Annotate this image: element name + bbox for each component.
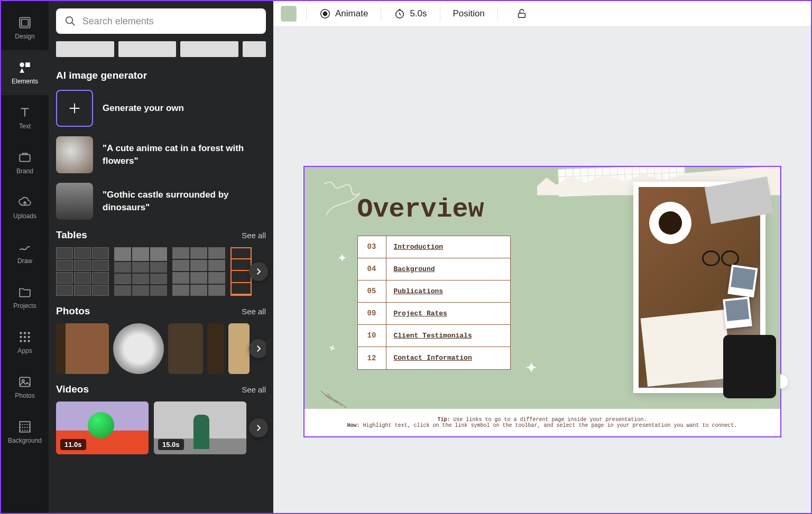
toc-table[interactable]: 03Introduction 04Background 05Publicatio… xyxy=(357,236,511,370)
toc-num: 05 xyxy=(358,281,386,302)
nav-elements[interactable]: Elements xyxy=(1,50,49,95)
how-label: How: xyxy=(347,423,359,428)
design-icon xyxy=(18,16,32,30)
video-item[interactable]: 11.0s xyxy=(56,401,149,454)
timing-button[interactable]: 5.0s xyxy=(391,6,430,22)
tip-label: Tip: xyxy=(437,417,450,423)
search-input[interactable] xyxy=(82,16,257,27)
photo-item[interactable] xyxy=(113,323,164,374)
timing-label: 5.0s xyxy=(410,8,427,19)
slide-body: ✦ ✦ ✦ ✦ + Overview 03Introduction 04Back… xyxy=(304,167,780,409)
photo-item[interactable] xyxy=(56,323,109,374)
nav-photos[interactable]: Photos xyxy=(1,365,49,409)
svg-point-10 xyxy=(27,335,30,338)
editor-area: Animate 5.0s Position ✦ ✦ xyxy=(273,1,811,513)
svg-point-6 xyxy=(24,332,26,334)
ai-prompt-thumb xyxy=(56,183,93,220)
plus-icon xyxy=(56,90,93,127)
ai-prompt-text: "Gothic castle surrounded by dinosaurs" xyxy=(103,189,266,214)
position-button[interactable]: Position xyxy=(450,6,488,21)
toc-label[interactable]: Contact Information xyxy=(386,347,510,369)
scroll-right-button[interactable] xyxy=(249,262,268,281)
toc-num: 10 xyxy=(358,325,386,347)
toc-label[interactable]: Client Testimonials xyxy=(386,325,510,347)
svg-point-2 xyxy=(20,62,24,67)
color-swatch[interactable] xyxy=(281,6,297,22)
ai-prompt-thumb xyxy=(56,136,93,173)
lock-button[interactable] xyxy=(513,6,531,22)
photos-icon xyxy=(18,375,32,389)
ai-prompt-2[interactable]: "Gothic castle surrounded by dinosaurs" xyxy=(56,183,266,220)
video-item[interactable]: 15.0s xyxy=(154,401,246,454)
toc-label[interactable]: Background xyxy=(386,258,510,280)
photo-frame[interactable] xyxy=(633,182,765,393)
toc-row[interactable]: 10Client Testimonials xyxy=(358,325,510,347)
toc-row[interactable]: 05Publications xyxy=(358,281,510,303)
photo-item[interactable] xyxy=(228,323,250,374)
slide-selection[interactable]: ✦ ✦ ✦ ✦ + Overview 03Introduction 04Back… xyxy=(303,166,781,437)
tables-see-all[interactable]: See all xyxy=(242,231,266,240)
scroll-right-button[interactable] xyxy=(249,418,268,437)
svg-point-8 xyxy=(20,335,22,338)
toc-row[interactable]: 12Contact Information xyxy=(358,347,510,369)
nav-uploads[interactable]: Uploads xyxy=(1,185,49,230)
toc-label[interactable]: Publications xyxy=(386,281,510,302)
animate-button[interactable]: Animate xyxy=(316,6,371,22)
slide-footer[interactable]: Tip: Use links to go to a different page… xyxy=(304,409,780,436)
nav-background[interactable]: Background xyxy=(1,409,49,454)
toc-label[interactable]: Introduction xyxy=(386,236,510,258)
toc-row[interactable]: 09Project Rates xyxy=(358,303,510,325)
nav-label: Background xyxy=(8,437,42,444)
slide-title[interactable]: Overview xyxy=(357,194,484,225)
ai-prompt-text: "A cute anime cat in a forest with flowe… xyxy=(103,142,266,167)
scroll-right-button[interactable] xyxy=(249,339,266,358)
text-icon xyxy=(18,106,32,119)
table-template[interactable] xyxy=(114,247,167,296)
videos-see-all[interactable]: See all xyxy=(242,385,266,394)
nav-label: Elements xyxy=(12,78,38,85)
panel-scroll[interactable]: AI image generator Generate your own "A … xyxy=(49,41,273,513)
projects-icon xyxy=(18,285,32,299)
nav-apps[interactable]: Apps xyxy=(1,320,49,365)
elements-icon xyxy=(18,61,32,74)
leaf-decor xyxy=(310,370,357,409)
ai-generate-own[interactable]: Generate your own xyxy=(56,90,266,127)
table-template[interactable] xyxy=(172,247,225,296)
toc-row[interactable]: 04Background xyxy=(358,258,510,281)
svg-point-13 xyxy=(27,340,30,342)
video-duration: 15.0s xyxy=(158,439,184,450)
nav-text[interactable]: Text xyxy=(1,95,49,140)
photos-row xyxy=(56,323,266,374)
editor-toolbar: Animate 5.0s Position xyxy=(273,1,811,26)
photos-see-all[interactable]: See all xyxy=(242,307,266,316)
table-template[interactable] xyxy=(56,247,109,296)
slide[interactable]: ✦ ✦ ✦ ✦ + Overview 03Introduction 04Back… xyxy=(304,167,780,436)
nav-design[interactable]: Design xyxy=(1,5,49,50)
toc-num: 04 xyxy=(358,258,386,280)
table-template[interactable] xyxy=(230,247,252,296)
svg-rect-1 xyxy=(22,19,29,26)
search-box[interactable] xyxy=(56,8,266,34)
photo-item[interactable] xyxy=(168,323,203,374)
nav-brand[interactable]: Brand xyxy=(1,140,49,185)
photos-title: Photos xyxy=(56,305,90,317)
photo-item[interactable] xyxy=(207,323,224,374)
background-icon xyxy=(18,420,32,434)
nav-projects[interactable]: Projects xyxy=(1,275,49,320)
animate-icon xyxy=(319,8,331,20)
nav-draw[interactable]: Draw xyxy=(1,230,49,275)
canvas[interactable]: ✦ ✦ ✦ ✦ + Overview 03Introduction 04Back… xyxy=(273,26,811,513)
svg-rect-14 xyxy=(20,377,30,386)
tables-title: Tables xyxy=(56,229,87,241)
svg-point-9 xyxy=(24,335,26,338)
elements-panel: AI image generator Generate your own "A … xyxy=(49,1,273,513)
ai-prompt-1[interactable]: "A cute anime cat in a forest with flowe… xyxy=(56,136,266,173)
svg-point-12 xyxy=(24,340,26,342)
position-label: Position xyxy=(453,8,485,19)
toc-label[interactable]: Project Rates xyxy=(386,303,510,324)
svg-rect-21 xyxy=(519,13,525,17)
desk-photo xyxy=(639,187,760,388)
svg-point-17 xyxy=(66,17,73,24)
toc-row[interactable]: 03Introduction xyxy=(358,236,510,258)
nav-rail: Design Elements Text Brand Uploads Draw … xyxy=(1,1,49,513)
